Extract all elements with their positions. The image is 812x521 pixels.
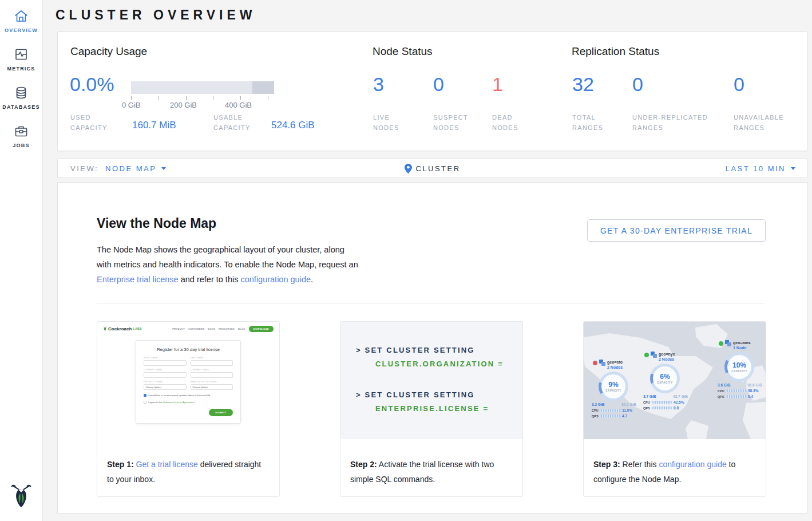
total-ranges-label: TOTAL RANGES [572, 112, 613, 133]
time-range-value: LAST 10 MIN [726, 164, 786, 173]
sql-argument: ENTERPRISE.LICENSE = [375, 404, 489, 413]
locality-name: geo=ams [733, 340, 751, 345]
sql-statement-1: > SET CLUSTER SETTING CLUSTER.ORGANIZATI… [356, 346, 504, 368]
description-text: . [311, 275, 313, 284]
qps-bar [652, 406, 672, 409]
gauge-tick-label: 0 GiB [122, 101, 141, 109]
cpu-value: 11.0% [622, 408, 632, 412]
download-button: DOWNLOAD [249, 326, 274, 332]
qps-value: 4.7 [622, 414, 627, 418]
capacity-usage-title: Capacity Usage [70, 45, 147, 58]
step-3-card: geo=sfo 2 Nodes 9% CAPACITY [583, 321, 766, 497]
nav-customers: CUSTOMERS [188, 327, 204, 330]
project-phase-select: Please Select [144, 384, 187, 390]
checkbox-checked-icon [144, 394, 146, 397]
cockroach-bug-icon [103, 326, 107, 331]
get-trial-license-link[interactable]: Get a trial license [136, 460, 198, 469]
locality-name: geo=sfo [607, 360, 623, 365]
databases-icon [0, 85, 42, 100]
sidebar-item-label: JOBS [0, 143, 42, 148]
company-email-input [191, 372, 233, 378]
mini-site-nav: PRODUCT CUSTOMERS DOCS RESOURCES BLOG DO… [172, 326, 274, 332]
qps-bar [727, 395, 746, 398]
nav-blog: BLOG [238, 327, 245, 330]
total-ranges-count: 32 [572, 73, 594, 96]
gauge-tick [268, 96, 268, 100]
reason-select: Please Select [191, 384, 233, 390]
sidebar-item-overview[interactable]: OVERVIEW [0, 0, 42, 38]
healthy-badge-icon [644, 353, 649, 357]
capacity-label: CAPACITY [731, 370, 747, 373]
step-3-node-map-preview: geo=sfo 2 Nodes 9% CAPACITY [584, 322, 766, 453]
steps-row: Cockroach LABS PRODUCT CUSTOMERS DOCS RE… [97, 321, 766, 497]
view-selector-dropdown[interactable]: VIEW: NODE MAP [58, 164, 166, 173]
capacity-label: CAPACITY [605, 389, 621, 392]
sidebar: OVERVIEW METRICS DATABASES JOBS [0, 0, 43, 521]
capacity-gauge-usable-segment [131, 81, 252, 94]
configuration-guide-link[interactable]: configuration guide [240, 275, 311, 284]
total-capacity: 36.6 GiB [747, 383, 762, 387]
enterprise-trial-license-link[interactable]: Enterprise trial license [97, 275, 179, 284]
jobs-icon [0, 124, 42, 139]
capacity-used-percent: 0.0% [70, 73, 114, 96]
qps-value: 0.4 [748, 394, 753, 398]
chevron-down-icon [791, 167, 795, 170]
view-toolbar: VIEW: NODE MAP CLUSTER LAST 10 MIN [57, 159, 807, 178]
warning-badge-icon [593, 361, 597, 365]
view-selected-value: NODE MAP [105, 164, 156, 173]
time-range-dropdown[interactable]: LAST 10 MIN [726, 164, 807, 173]
field-label: FIRST NAME [144, 357, 187, 359]
sidebar-item-jobs[interactable]: JOBS [0, 115, 42, 153]
enterprise-trial-button[interactable]: GET A 30-DAY ENTERPRISE TRIAL [587, 219, 766, 242]
capacity-percent: 9% [608, 381, 618, 389]
nodes-cube-icon [725, 340, 731, 347]
page-title: CLUSTER OVERVIEW [56, 7, 256, 23]
nodes-cube-icon [651, 352, 657, 358]
sidebar-item-databases[interactable]: DATABASES [0, 77, 42, 115]
sql-argument: CLUSTER.ORGANIZATION = [375, 360, 504, 368]
sql-command: > SET CLUSTER SETTING [356, 346, 504, 354]
sql-statement-2: > SET CLUSTER SETTING ENTERPRISE.LICENSE… [356, 390, 489, 413]
step-2-caption: Step 2: Activate the trial license with … [340, 453, 522, 487]
cpu-bar [727, 389, 746, 392]
form-fields: FIRST NAME LAST NAME COMPANY NAME COMPAN… [144, 357, 233, 390]
gauge-tick [213, 96, 213, 100]
qps-value: 0.8 [674, 406, 679, 410]
world-map-image: geo=sfo 2 Nodes 9% CAPACITY [584, 322, 766, 439]
unavailable-ranges-label: UNAVAILABLE RANGES [734, 112, 798, 133]
under-replicated-ranges-label: UNDER-REPLICATED RANGES [632, 112, 725, 133]
divider [97, 303, 765, 303]
cluster-summary-panel: Capacity Usage 0.0% 0 GiB 200 GiB 400 Gi… [57, 31, 807, 151]
field-label: LAST NAME [191, 357, 233, 359]
suspect-nodes-count: 0 [433, 73, 444, 96]
dead-nodes-label: DEAD NODES [492, 112, 528, 133]
step-1-card: Cockroach LABS PRODUCT CUSTOMERS DOCS RE… [97, 321, 280, 497]
first-name-input [144, 360, 187, 366]
software-license-link: Software License Agreement. [163, 401, 195, 404]
cpu-label: CPU [643, 401, 651, 404]
main-content: CLUSTER OVERVIEW Capacity Usage 0.0% 0 G… [43, 0, 812, 521]
company-name-input [144, 372, 187, 378]
map-cluster-sfo: geo=sfo 2 Nodes 9% CAPACITY [591, 360, 645, 418]
step-1-screenshot: Cockroach LABS PRODUCT CUSTOMERS DOCS RE… [97, 322, 279, 453]
capacity-donut: 6% CAPACITY [650, 364, 680, 393]
used-capacity-value: 160.7 MiB [132, 120, 176, 131]
under-replicated-ranges-count: 0 [632, 73, 643, 96]
mini-site-header: Cockroach LABS PRODUCT CUSTOMERS DOCS RE… [97, 322, 279, 336]
gauge-tick [186, 96, 187, 100]
sql-command: > SET CLUSTER SETTING [356, 390, 489, 399]
qps-label: QPS [643, 406, 651, 410]
capacity-percent: 10% [732, 362, 746, 369]
locality-breadcrumb: CLUSTER [404, 164, 460, 173]
sidebar-item-metrics[interactable]: METRICS [0, 38, 42, 77]
qps-label: QPS [718, 395, 725, 398]
logo-text: Cockroach [108, 326, 132, 331]
description-text: and refer to this [179, 275, 241, 284]
capacity-gauge [131, 81, 274, 94]
total-capacity: 43.7 GiB [673, 394, 688, 398]
healthy-badge-icon [719, 341, 723, 346]
configuration-guide-link[interactable]: configuration guide [659, 460, 726, 469]
capacity-percent: 6% [660, 373, 670, 381]
map-cluster-ams: geo=ams 1 Node 10% CAPACITY [716, 340, 766, 398]
cpu-label: CPU [592, 409, 599, 412]
